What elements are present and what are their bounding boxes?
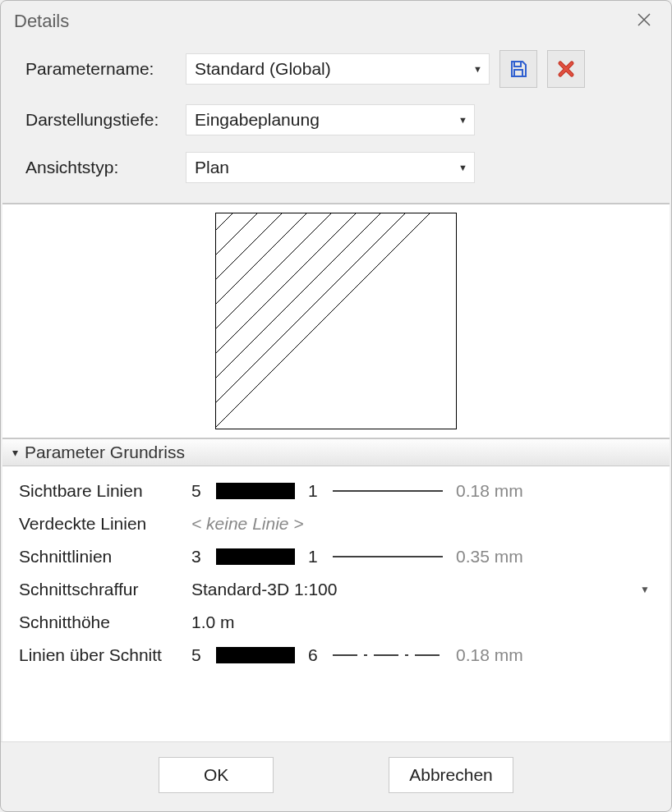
- button-bar: OK Abbrechen: [1, 741, 671, 811]
- svg-line-21: [216, 213, 457, 429]
- svg-line-18: [216, 213, 457, 429]
- value-section-lines: 3 1 0.35 mm: [191, 547, 656, 567]
- row-section-hatch[interactable]: Schnittschraffur Standard-3D 1:100 ▼: [19, 573, 656, 606]
- line-style-icon: [333, 548, 443, 565]
- cancel-button[interactable]: Abbrechen: [389, 757, 513, 793]
- ok-button[interactable]: OK: [159, 757, 274, 793]
- section-title: Parameter Grundriss: [25, 443, 185, 462]
- top-form: Parametername: Standard (Global) ▼: [1, 40, 671, 203]
- svg-line-11: [216, 213, 457, 427]
- svg-line-15: [216, 213, 457, 429]
- svg-line-6: [216, 213, 457, 304]
- save-button[interactable]: [499, 50, 537, 88]
- close-icon[interactable]: [630, 7, 658, 35]
- label-parameter-name: Parametername:: [25, 59, 186, 79]
- combo-view-type-value: Plan: [195, 158, 229, 177]
- style-index: 1: [308, 547, 324, 567]
- line-style-icon: [333, 483, 443, 499]
- chevron-down-icon: ▾: [12, 446, 18, 459]
- row-parameter-name: Parametername: Standard (Global) ▼: [25, 50, 651, 88]
- color-index: 5: [191, 481, 208, 501]
- chevron-down-icon: ▼: [473, 64, 482, 74]
- style-index: 1: [308, 481, 324, 501]
- value-hidden-lines: < keine Linie >: [191, 514, 656, 534]
- row-display-depth: Darstellungstiefe: Eingabeplanung ▼: [25, 104, 651, 135]
- chevron-down-icon: ▼: [458, 115, 467, 125]
- svg-rect-0: [514, 62, 521, 67]
- row-section-lines[interactable]: Schnittlinien 3 1 0.35 mm: [19, 540, 656, 573]
- height-value: 1.0 m: [191, 612, 235, 632]
- row-lines-above[interactable]: Linien über Schnitt 5 6 0.18 mm: [19, 639, 656, 672]
- delete-icon: [556, 59, 576, 79]
- params-panel: Sichtbare Linien 5 1 0.18 mm Verdeckte L…: [2, 466, 670, 741]
- thickness-value: 0.18 mm: [456, 645, 523, 665]
- label-visible-lines: Sichtbare Linien: [19, 481, 191, 501]
- details-dialog: Details Parametername: Standard (Global)…: [0, 0, 672, 812]
- label-lines-above: Linien über Schnitt: [19, 645, 191, 665]
- style-index: 6: [308, 645, 324, 665]
- svg-line-12: [216, 213, 457, 429]
- label-section-hatch: Schnittschraffur: [19, 580, 191, 599]
- dialog-title: Details: [14, 11, 69, 32]
- color-swatch: [216, 647, 295, 663]
- svg-line-9: [216, 213, 457, 378]
- combo-display-depth-value: Eingabeplanung: [195, 110, 320, 130]
- combo-parameter-name-value: Standard (Global): [195, 59, 331, 79]
- row-hidden-lines[interactable]: Verdeckte Linien < keine Linie >: [19, 507, 656, 540]
- svg-line-5: [216, 213, 457, 279]
- delete-button[interactable]: [547, 50, 585, 88]
- hatch-preview: [215, 213, 457, 429]
- svg-line-7: [216, 213, 457, 328]
- line-style-icon: [333, 647, 443, 663]
- label-view-type: Ansichtstyp:: [25, 158, 186, 177]
- svg-line-20: [216, 213, 457, 429]
- color-swatch: [216, 483, 295, 499]
- svg-line-16: [216, 213, 457, 429]
- combo-display-depth[interactable]: Eingabeplanung ▼: [186, 104, 475, 135]
- thickness-value: 0.35 mm: [456, 547, 523, 567]
- combo-parameter-name[interactable]: Standard (Global) ▼: [186, 53, 490, 85]
- no-line-text: < keine Linie >: [191, 514, 304, 534]
- label-section-lines: Schnittlinien: [19, 547, 191, 567]
- svg-line-4: [216, 213, 457, 255]
- value-visible-lines: 5 1 0.18 mm: [191, 481, 656, 501]
- label-hidden-lines: Verdeckte Linien: [19, 514, 191, 534]
- color-index: 5: [191, 645, 208, 665]
- chevron-down-icon: ▼: [640, 584, 650, 595]
- svg-rect-1: [514, 70, 522, 76]
- svg-line-8: [216, 213, 457, 353]
- color-swatch: [216, 548, 295, 565]
- save-icon: [509, 59, 528, 79]
- value-lines-above: 5 6 0.18 mm: [191, 645, 656, 665]
- value-section-height: 1.0 m: [191, 612, 656, 632]
- svg-line-13: [216, 213, 457, 429]
- titlebar: Details: [1, 1, 671, 40]
- svg-line-3: [216, 213, 457, 230]
- label-section-height: Schnitthöhe: [19, 612, 191, 632]
- row-view-type: Ansichtstyp: Plan ▼: [25, 152, 651, 183]
- hatch-name: Standard-3D 1:100: [191, 580, 337, 599]
- chevron-down-icon: ▼: [458, 163, 467, 172]
- thickness-value: 0.18 mm: [456, 481, 523, 501]
- svg-line-17: [216, 213, 457, 429]
- svg-line-14: [216, 213, 457, 429]
- label-display-depth: Darstellungstiefe:: [25, 110, 186, 130]
- svg-line-19: [216, 213, 457, 429]
- value-section-hatch: Standard-3D 1:100 ▼: [191, 580, 656, 599]
- row-section-height[interactable]: Schnitthöhe 1.0 m: [19, 606, 656, 639]
- svg-line-10: [216, 213, 457, 402]
- preview-area: [2, 203, 670, 439]
- row-visible-lines[interactable]: Sichtbare Linien 5 1 0.18 mm: [19, 475, 656, 507]
- section-header-grundriss[interactable]: ▾ Parameter Grundriss: [2, 439, 670, 466]
- combo-view-type[interactable]: Plan ▼: [186, 152, 475, 183]
- color-index: 3: [191, 547, 208, 567]
